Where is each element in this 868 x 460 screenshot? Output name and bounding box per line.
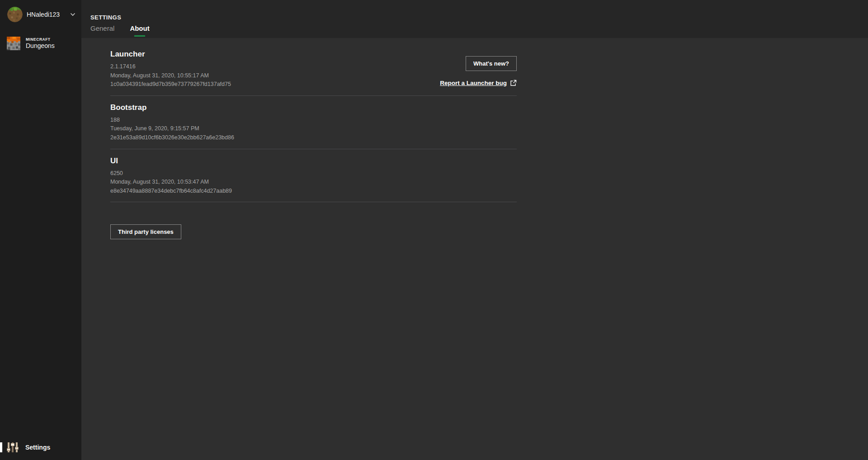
minecraft-dungeons-icon [7,37,20,50]
report-launcher-bug-link[interactable]: Report a Launcher bug [440,80,517,86]
settings-sliders-icon [6,441,19,454]
main-area: SETTINGS General About Launcher 2.1.1741… [81,0,868,460]
about-panel: Launcher 2.1.17416 Monday, August 31, 20… [81,38,868,460]
sidebar: HNaledi123 [0,0,81,460]
ui-section: UI 6250 Monday, August 31, 2020, 10:53:4… [110,156,517,196]
bootstrap-section: Bootstrap 188 Tuesday, June 9, 2020, 9:1… [110,103,517,142]
avatar [7,7,23,22]
section-divider [110,149,517,149]
game-brand-label: MINECRAFT [26,37,55,42]
bootstrap-hash: 2e31e53a89d10cf6b3026e30e2bb627a6e23bd86 [110,133,517,142]
launcher-section: Launcher 2.1.17416 Monday, August 31, 20… [110,50,517,89]
game-name-label: Dungeons [26,42,55,50]
account-menu[interactable]: HNaledi123 [0,5,81,24]
chevron-down-icon [70,13,75,16]
sidebar-item-settings[interactable]: Settings [0,440,81,455]
page-title: SETTINGS [90,14,868,21]
tab-about-label: About [130,24,149,32]
external-link-icon [510,80,517,86]
settings-tabs: General About [90,24,868,38]
ui-version: 6250 [110,169,517,178]
settings-label: Settings [25,444,50,451]
tab-general[interactable]: General [90,24,114,38]
bootstrap-version: 188 [110,116,517,125]
bootstrap-date: Tuesday, June 9, 2020, 9:15:57 PM [110,124,517,133]
active-item-indicator [0,442,2,452]
whats-new-button[interactable]: What's new? [466,56,517,71]
ui-hash: e8e34749aa8887e34debc7fb64c8afc4d27aab89 [110,187,517,196]
report-launcher-bug-label: Report a Launcher bug [440,80,507,86]
sidebar-item-minecraft-dungeons[interactable]: MINECRAFT Dungeons [0,34,81,52]
settings-header: SETTINGS General About [81,0,868,38]
launcher-window: HNaledi123 [0,0,868,460]
username: HNaledi123 [27,11,60,18]
section-divider [110,95,517,96]
section-title: UI [110,156,517,165]
ui-date: Monday, August 31, 2020, 10:53:47 AM [110,178,517,187]
active-tab-underline [134,35,145,37]
third-party-licenses-button[interactable]: Third party licenses [110,224,181,239]
section-title: Bootstrap [110,103,517,112]
section-divider [110,202,517,202]
tab-about[interactable]: About [130,24,149,38]
